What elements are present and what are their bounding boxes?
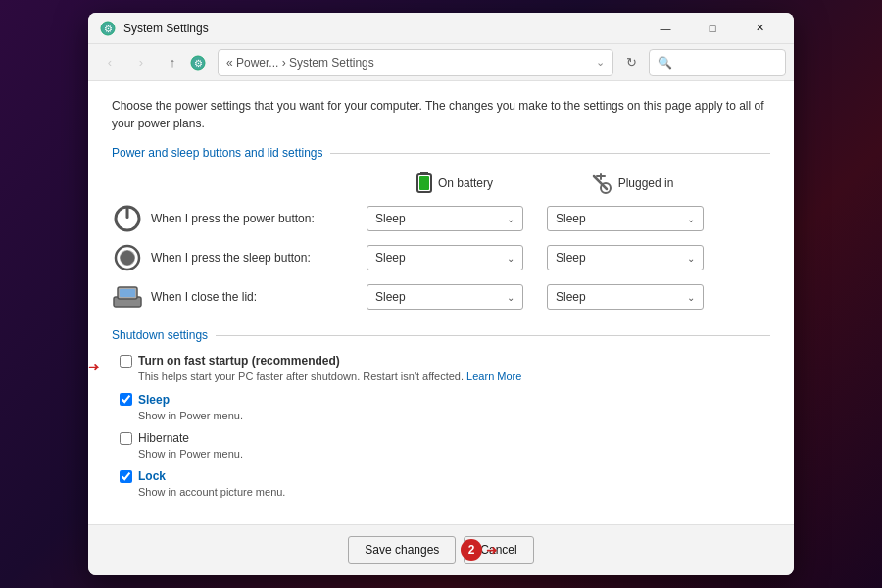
fast-startup-label: Turn on fast startup (recommended) [138, 354, 340, 368]
lock-checkbox[interactable] [120, 470, 132, 483]
dropdown-arrow: ⌄ [507, 214, 514, 224]
sleep-button-dropdowns: Sleep ⌄ Sleep ⌄ [367, 245, 715, 270]
plugged-header-label: Plugged in [618, 176, 674, 190]
arrow-2: ➜ [486, 542, 498, 558]
lock-label: Lock [138, 469, 166, 483]
sleep-subtext: Show in Power menu. [138, 409, 770, 423]
lid-plugged-dropdown[interactable]: Sleep ⌄ [547, 284, 704, 310]
description-text: Choose the power settings that you want … [112, 97, 770, 132]
sleep-checkbox[interactable] [120, 393, 132, 406]
power-button-plugged-dropdown[interactable]: Sleep ⌄ [547, 206, 704, 231]
section2-title: Shutdown settings [112, 328, 208, 342]
hibernate-checkbox[interactable] [120, 432, 132, 445]
power-button-icon [112, 203, 143, 234]
title-bar: ⚙ System Settings — □ ✕ [88, 13, 794, 44]
svg-rect-12 [126, 207, 129, 219]
footer: 2 ➜ Save changes Cancel [88, 524, 794, 575]
back-button[interactable]: ‹ [96, 49, 123, 76]
system-settings-window: ⚙ System Settings — □ ✕ ‹ › ↑ ⚙ « Power.… [88, 13, 794, 575]
sleep-button-row-label: When I press the sleep button: [151, 251, 311, 265]
sleep-button-label: When I press the sleep button: [112, 242, 367, 273]
address-dropdown[interactable]: ⌄ [596, 56, 605, 69]
plug-icon [589, 172, 612, 195]
forward-button[interactable]: › [127, 49, 155, 76]
sleep-item: Sleep Show in Power menu. [112, 393, 770, 423]
lock-subtext: Show in account picture menu. [138, 485, 770, 500]
section1-header: Power and sleep buttons and lid settings [112, 146, 770, 160]
label-col-header [112, 172, 367, 195]
hibernate-subtext: Show in Power menu. [138, 447, 770, 462]
dropdown-arrow2: ⌄ [687, 214, 695, 224]
lid-row-text-label: When I close the lid: [151, 290, 257, 304]
fast-startup-checkbox[interactable] [120, 355, 132, 368]
svg-rect-6 [419, 176, 429, 190]
battery-header: On battery [367, 172, 543, 195]
power-button-row-label: When I press the power button: [151, 212, 315, 225]
annotation-1: 1 ➜ [88, 356, 100, 377]
address-path[interactable]: « Power... › System Settings ⌄ [218, 49, 613, 76]
save-changes-button[interactable]: Save changes [348, 536, 456, 564]
plugged-header: Plugged in [543, 172, 719, 195]
section2-header: Shutdown settings [112, 328, 770, 342]
sleep-button-row: When I press the sleep button: Sleep ⌄ S… [112, 242, 770, 273]
svg-text:⚙: ⚙ [104, 24, 113, 34]
fast-startup-subtext: This helps start your PC faster after sh… [138, 369, 770, 384]
fast-startup-checkbox-row: Turn on fast startup (recommended) [120, 354, 770, 368]
maximize-button[interactable]: □ [690, 13, 735, 44]
sleep-label: Sleep [138, 393, 170, 407]
lid-battery-dropdown[interactable]: Sleep ⌄ [367, 284, 523, 310]
power-button-dropdowns: Sleep ⌄ Sleep ⌄ [367, 206, 715, 231]
arrow-1: ➜ [88, 359, 100, 374]
lid-row-label: When I close the lid: [112, 281, 367, 313]
svg-rect-17 [120, 289, 135, 297]
address-icon: ⚙ [190, 55, 206, 71]
section2-line [216, 335, 770, 336]
address-bar: ‹ › ↑ ⚙ « Power... › System Settings ⌄ ↻… [88, 44, 794, 81]
sleep-button-battery-dropdown[interactable]: Sleep ⌄ [367, 245, 523, 270]
close-button[interactable]: ✕ [737, 13, 782, 44]
battery-icon [416, 172, 432, 195]
dropdown-arrow4: ⌄ [687, 253, 695, 264]
dropdown-arrow3: ⌄ [507, 253, 514, 264]
minimize-button[interactable]: — [643, 13, 688, 44]
content-area: Choose the power settings that you want … [88, 81, 794, 524]
section1-title: Power and sleep buttons and lid settings [112, 146, 322, 160]
dropdown-arrow6: ⌄ [687, 292, 695, 303]
power-table: On battery Plugged in [112, 172, 770, 313]
hibernate-checkbox-row: Hibernate [120, 431, 770, 445]
battery-header-label: On battery [438, 176, 493, 190]
sleep-checkbox-row: Sleep [120, 393, 770, 407]
sleep-button-plugged-dropdown[interactable]: Sleep ⌄ [547, 245, 704, 270]
power-button-row: When I press the power button: Sleep ⌄ S… [112, 203, 770, 234]
lid-row: When I close the lid: Sleep ⌄ Sleep ⌄ [112, 281, 770, 313]
power-header-row: On battery Plugged in [112, 172, 770, 195]
window-icon: ⚙ [100, 21, 116, 36]
up-button[interactable]: ↑ [159, 49, 186, 76]
address-text: « Power... › System Settings [226, 56, 374, 70]
refresh-button[interactable]: ↻ [617, 49, 645, 76]
lock-item: Lock Show in account picture menu. [112, 469, 770, 500]
search-icon: 🔍 [658, 56, 672, 70]
hibernate-label: Hibernate [138, 431, 189, 445]
window-controls: — □ ✕ [643, 13, 782, 44]
power-button-label: When I press the power button: [112, 203, 367, 234]
search-box[interactable]: 🔍 [649, 49, 786, 76]
lid-dropdowns: Sleep ⌄ Sleep ⌄ [367, 284, 715, 310]
learn-more-link[interactable]: Learn More [466, 370, 521, 382]
lid-icon [112, 281, 143, 313]
annotation-2: 2 ➜ [461, 539, 498, 561]
svg-text:⚙: ⚙ [194, 58, 203, 69]
badge-2: 2 [461, 539, 482, 561]
section1-line [330, 153, 770, 154]
hibernate-item: Hibernate Show in Power menu. [112, 431, 770, 462]
dropdown-arrow5: ⌄ [507, 292, 514, 303]
power-button-battery-dropdown[interactable]: Sleep ⌄ [367, 206, 523, 231]
window-title: System Settings [123, 22, 643, 35]
lock-checkbox-row: Lock [120, 469, 770, 483]
shutdown-section: 1 ➜ Turn on fast startup (recommended) T… [112, 354, 770, 501]
fast-startup-item: Turn on fast startup (recommended) This … [112, 354, 770, 384]
sleep-button-icon [112, 242, 143, 273]
